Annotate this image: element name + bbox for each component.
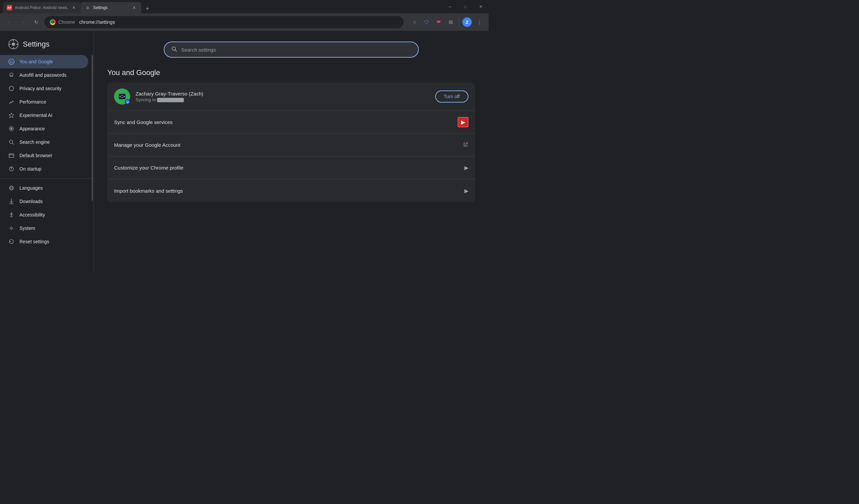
profile-sync: Syncing to xyxy=(136,97,435,102)
tab-bar: AP Android Police: Android news, ✕ ⚙ Set… xyxy=(0,0,442,13)
tab-settings[interactable]: ⚙ Settings ✕ xyxy=(81,2,141,13)
profile-row[interactable]: ✓ Zachary Gray-Traverso (Zach) Syncing t… xyxy=(107,82,475,111)
sync-email-blurred xyxy=(157,98,184,102)
sidebar-item-experimental-ai[interactable]: Experimental AI xyxy=(0,109,88,122)
svg-line-13 xyxy=(12,143,14,144)
svg-point-1 xyxy=(12,43,15,46)
import-bookmarks-label: Import bookmarks and settings xyxy=(114,188,464,194)
section-title: You and Google xyxy=(107,68,475,77)
sidebar-scrollbar[interactable] xyxy=(92,55,93,200)
toolbar-divider xyxy=(459,18,459,26)
extensions-icon[interactable]: ⊞ xyxy=(445,17,456,28)
external-link-icon xyxy=(463,142,468,148)
settings-logo-icon xyxy=(8,39,19,50)
sidebar-label-accessibility: Accessibility xyxy=(19,212,45,218)
sidebar-label-you-and-google: You and Google xyxy=(19,59,53,64)
sidebar-label-performance: Performance xyxy=(19,99,46,105)
profile-avatar: ✓ xyxy=(114,89,130,105)
sidebar-item-you-and-google[interactable]: G You and Google xyxy=(0,55,88,68)
google-icon: G xyxy=(8,58,15,65)
reload-button[interactable]: ↻ xyxy=(31,17,42,28)
tab-close-2[interactable]: ✕ xyxy=(131,5,137,11)
sidebar-item-on-startup[interactable]: On startup xyxy=(0,162,88,176)
svg-rect-34 xyxy=(121,95,123,96)
turn-off-button[interactable]: Turn off xyxy=(435,91,468,103)
svg-point-32 xyxy=(119,96,121,97)
sidebar-item-search-engine[interactable]: Search engine xyxy=(0,136,88,149)
sidebar-item-autofill[interactable]: Autofill and passwords xyxy=(0,68,88,82)
close-button[interactable]: ✕ xyxy=(473,0,488,13)
minimize-button[interactable]: ─ xyxy=(442,0,458,13)
sidebar-item-accessibility[interactable]: Accessibility xyxy=(0,208,88,221)
customize-profile-row[interactable]: Customize your Chrome profile ▶ xyxy=(107,157,475,179)
sidebar-item-privacy[interactable]: Privacy and security xyxy=(0,82,88,95)
sidebar-label-search-engine: Search engine xyxy=(19,139,50,145)
sidebar-item-performance[interactable]: Performance xyxy=(0,95,88,109)
sidebar-label-downloads: Downloads xyxy=(19,199,43,204)
profile-avatar[interactable]: Z xyxy=(462,17,472,28)
profile-name: Zachary Gray-Traverso (Zach) xyxy=(136,91,435,96)
back-button[interactable]: ← xyxy=(4,17,15,28)
svg-rect-35 xyxy=(121,97,123,98)
tab-android-police[interactable]: AP Android Police: Android news, ✕ xyxy=(3,2,81,13)
downloads-icon xyxy=(8,198,15,205)
toolbar-icons: ☆ 🛡 ❤ ⊞ Z ⋮ xyxy=(406,17,484,28)
addressbar-row: ← → ↻ Chrome chrome://settings ☆ 🛡 ❤ ⊞ Z… xyxy=(0,13,488,31)
search-icon xyxy=(171,46,177,53)
ai-icon xyxy=(8,112,15,119)
sync-chevron-icon: ▶ xyxy=(458,117,468,127)
tab-close-1[interactable]: ✕ xyxy=(71,5,77,11)
svg-point-28 xyxy=(11,227,12,229)
forward-button[interactable]: → xyxy=(17,17,28,28)
sidebar-item-system[interactable]: System xyxy=(0,221,88,235)
sidebar-label-system: System xyxy=(19,225,35,231)
menu-button[interactable]: ⋮ xyxy=(474,17,484,28)
sidebar-label-default-browser: Default browser xyxy=(19,153,52,158)
import-bookmarks-row[interactable]: Import bookmarks and settings ▶ xyxy=(107,179,475,202)
sidebar-item-default-browser[interactable]: Default browser xyxy=(0,149,88,162)
startup-icon xyxy=(8,166,15,172)
customize-profile-label: Customize your Chrome profile xyxy=(114,165,464,171)
svg-marker-9 xyxy=(9,113,14,117)
chrome-logo-icon xyxy=(50,19,56,25)
sidebar-item-downloads[interactable]: Downloads xyxy=(0,195,88,208)
tab-title-1: Android Police: Android news, xyxy=(15,5,68,10)
sidebar-item-languages[interactable]: Languages xyxy=(0,181,88,195)
profile-sync-badge: ✓ xyxy=(125,99,130,105)
svg-line-27 xyxy=(11,216,12,217)
svg-point-33 xyxy=(123,96,125,97)
privacy-icon xyxy=(8,85,15,92)
address-brand: Chrome xyxy=(58,19,75,25)
default-browser-icon xyxy=(8,152,15,159)
address-bar[interactable]: Chrome chrome://settings xyxy=(44,16,404,28)
customize-chevron-icon: ▶ xyxy=(464,164,468,171)
import-chevron-icon: ▶ xyxy=(464,188,468,194)
new-tab-button[interactable]: + xyxy=(142,4,152,13)
sync-services-row[interactable]: Sync and Google services ▶ xyxy=(107,111,475,134)
tab-favicon-1: AP xyxy=(7,5,12,11)
system-icon xyxy=(8,225,15,232)
you-and-google-card: ✓ Zachary Gray-Traverso (Zach) Syncing t… xyxy=(107,82,475,202)
search-bar[interactable]: Search settings xyxy=(164,42,419,58)
performance-icon xyxy=(8,98,15,105)
sidebar-label-privacy: Privacy and security xyxy=(19,86,61,91)
shield-icon[interactable]: 🛡 xyxy=(421,17,432,28)
pocket-icon[interactable]: ❤ xyxy=(433,17,444,28)
profile-info: Zachary Gray-Traverso (Zach) Syncing to xyxy=(136,91,435,102)
manage-account-label: Manage your Google Account xyxy=(114,142,463,148)
svg-point-23 xyxy=(11,212,12,214)
accessibility-icon xyxy=(8,211,15,218)
search-wrap: Search settings xyxy=(107,42,475,58)
titlebar: AP Android Police: Android news, ✕ ⚙ Set… xyxy=(0,0,488,13)
manage-account-row[interactable]: Manage your Google Account xyxy=(107,134,475,157)
sidebar-item-reset-settings[interactable]: Reset settings xyxy=(0,235,88,248)
bookmark-icon[interactable]: ☆ xyxy=(409,17,420,28)
sidebar-item-appearance[interactable]: Appearance xyxy=(0,122,88,136)
window-controls: ─ □ ✕ xyxy=(442,0,488,13)
sidebar-label-reset-settings: Reset settings xyxy=(19,239,49,244)
maximize-button[interactable]: □ xyxy=(458,0,473,13)
search-placeholder: Search settings xyxy=(181,47,216,52)
sidebar-header: Settings xyxy=(0,36,94,55)
content-area: Search settings You and Google xyxy=(94,31,488,273)
appearance-icon xyxy=(8,125,15,132)
